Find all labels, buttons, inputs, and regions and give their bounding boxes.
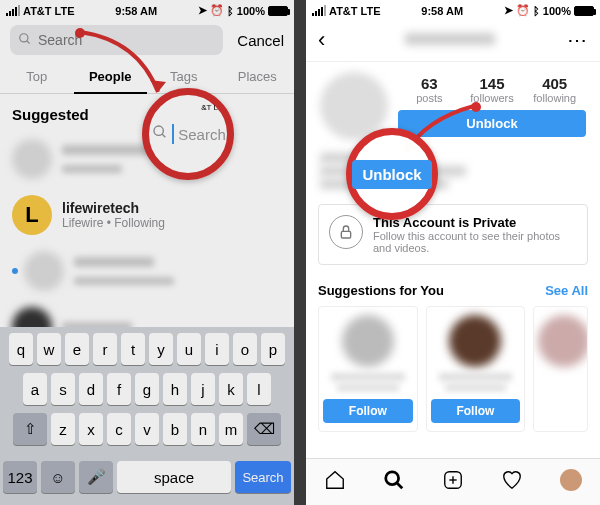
cancel-button[interactable]: Cancel — [237, 32, 284, 49]
key-q[interactable]: q — [9, 333, 33, 365]
key-s[interactable]: s — [51, 373, 75, 405]
backspace-key[interactable]: ⌫ — [247, 413, 281, 445]
status-time: 9:58 AM — [115, 5, 157, 17]
avatar — [24, 251, 64, 291]
blurred-sub — [62, 165, 122, 173]
status-bar: AT&T LTE 9:58 AM ➤ ⏰ ᛒ 100% — [306, 0, 600, 19]
private-sub: Follow this account to see their photos … — [373, 230, 577, 254]
list-item-name: lifewiretech — [62, 200, 165, 216]
suggestions-strip[interactable]: Follow Follow — [306, 306, 600, 432]
battery-pct: 100% — [543, 5, 571, 17]
nav-activity[interactable] — [482, 459, 541, 505]
profile-username — [333, 31, 567, 49]
key-o[interactable]: o — [233, 333, 257, 365]
search-tabs: Top People Tags Places — [0, 61, 294, 94]
stat-followers[interactable]: 145followers — [461, 75, 524, 104]
suggestion-card[interactable]: Follow — [318, 306, 418, 432]
see-all-button[interactable]: See All — [545, 283, 588, 298]
search-input[interactable] — [10, 25, 223, 55]
bottom-nav — [306, 458, 600, 505]
list-item[interactable] — [0, 131, 294, 187]
blurred-name — [62, 145, 152, 155]
space-key[interactable]: space — [117, 461, 231, 493]
key-g[interactable]: g — [135, 373, 159, 405]
key-v[interactable]: v — [135, 413, 159, 445]
tab-tags[interactable]: Tags — [147, 61, 221, 93]
location-icon: ➤ — [504, 4, 513, 17]
key-row: qwertyuiop — [3, 333, 291, 365]
tab-places[interactable]: Places — [221, 61, 295, 93]
key-t[interactable]: t — [121, 333, 145, 365]
key-f[interactable]: f — [107, 373, 131, 405]
tab-top[interactable]: Top — [0, 61, 74, 93]
suggestion-card[interactable]: Follow — [426, 306, 526, 432]
carrier: AT&T — [329, 5, 358, 17]
profile-top: 63posts 145followers 405following Unbloc… — [306, 62, 600, 150]
search-key[interactable]: Search — [235, 461, 291, 493]
key-a[interactable]: a — [23, 373, 47, 405]
suggestions-title: Suggestions for You — [318, 283, 444, 298]
nav-home[interactable] — [306, 459, 365, 505]
blurred-name — [74, 257, 154, 267]
profile-avatar[interactable] — [320, 72, 388, 140]
key-m[interactable]: m — [219, 413, 243, 445]
signal-icon — [312, 5, 326, 16]
key-l[interactable]: l — [247, 373, 271, 405]
numbers-key[interactable]: 123 — [3, 461, 37, 493]
stat-posts[interactable]: 63posts — [398, 75, 461, 104]
key-k[interactable]: k — [219, 373, 243, 405]
list-item[interactable]: L lifewiretech Lifewire • Following — [0, 187, 294, 243]
key-h[interactable]: h — [163, 373, 187, 405]
annotation-dot — [75, 28, 85, 38]
blurred-sub — [74, 277, 174, 285]
network: LTE — [55, 5, 75, 17]
shift-key[interactable]: ⇧ — [13, 413, 47, 445]
list-item[interactable] — [0, 243, 294, 299]
key-row-3: ⇧ zxcvbnm ⌫ — [3, 413, 291, 453]
list-item-sub: Lifewire • Following — [62, 216, 165, 230]
key-d[interactable]: d — [79, 373, 103, 405]
left-screenshot: AT&T LTE 9:58 AM ➤ ⏰ ᛒ 100% Cancel Top P… — [0, 0, 294, 505]
key-e[interactable]: e — [65, 333, 89, 365]
mic-key[interactable]: 🎤 — [79, 461, 113, 493]
back-button[interactable]: ‹ — [318, 27, 333, 53]
key-j[interactable]: j — [191, 373, 215, 405]
stat-following[interactable]: 405following — [523, 75, 586, 104]
key-u[interactable]: u — [177, 333, 201, 365]
key-r[interactable]: r — [93, 333, 117, 365]
avatar: L — [12, 195, 52, 235]
key-row: asdfghjkl — [3, 373, 291, 405]
keyboard: qwertyuiop asdfghjkl ⇧ zxcvbnm ⌫ 123 ☺ 🎤… — [0, 327, 294, 505]
key-n[interactable]: n — [191, 413, 215, 445]
key-i[interactable]: i — [205, 333, 229, 365]
profile-stats: 63posts 145followers 405following Unbloc… — [398, 75, 586, 137]
follow-button[interactable]: Follow — [431, 399, 521, 423]
key-p[interactable]: p — [261, 333, 285, 365]
key-c[interactable]: c — [107, 413, 131, 445]
nav-search[interactable] — [365, 459, 424, 505]
nav-profile[interactable] — [541, 459, 600, 505]
key-x[interactable]: x — [79, 413, 103, 445]
emoji-key[interactable]: ☺ — [41, 461, 75, 493]
svg-rect-5 — [341, 231, 350, 238]
avatar — [342, 315, 394, 367]
key-b[interactable]: b — [163, 413, 187, 445]
svg-line-7 — [397, 483, 403, 489]
tab-people[interactable]: People — [74, 61, 148, 94]
profile-bio — [306, 153, 600, 204]
unblock-button[interactable]: Unblock — [398, 110, 586, 137]
network: LTE — [361, 5, 381, 17]
key-w[interactable]: w — [37, 333, 61, 365]
alarm-icon: ⏰ — [516, 4, 530, 17]
key-z[interactable]: z — [51, 413, 75, 445]
nav-create[interactable] — [424, 459, 483, 505]
bluetooth-icon: ᛒ — [533, 5, 540, 17]
location-icon: ➤ — [198, 4, 207, 17]
battery-icon — [574, 6, 594, 16]
status-bar: AT&T LTE 9:58 AM ➤ ⏰ ᛒ 100% — [0, 0, 294, 19]
follow-button[interactable]: Follow — [323, 399, 413, 423]
more-button[interactable]: ⋯ — [567, 28, 588, 52]
suggestion-card[interactable] — [533, 306, 588, 432]
carrier: AT&T — [23, 5, 52, 17]
key-y[interactable]: y — [149, 333, 173, 365]
